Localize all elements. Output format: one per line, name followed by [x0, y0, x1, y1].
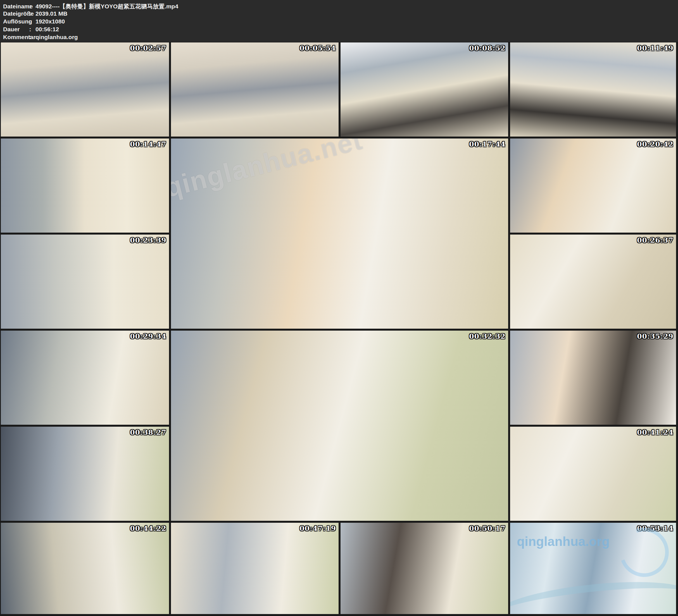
frame-timestamp-overlay: 00:35:29	[637, 332, 674, 340]
file-info-row: Dateiname:49092----【奥特曼】新模YOYO超紧五花驷马放置.m…	[3, 2, 678, 10]
file-info-row: Kommentar:qinglanhua.org	[3, 34, 678, 42]
file-info-row: Dauer:00:56:12	[3, 26, 678, 34]
frame-timestamp-overlay: 00:17:44	[469, 140, 505, 148]
frame-timestamp-overlay: 00:14:47	[130, 140, 166, 148]
frame-timestamp-overlay: 00:02:57	[130, 44, 166, 52]
frame-timestamp-overlay: 00:26:37	[637, 236, 674, 244]
frame-timestamp-overlay: 00:29:34	[130, 332, 166, 340]
file-info-label: Auflösung	[3, 18, 29, 25]
video-frame-thumbnail[interactable]: 00:50:17	[341, 523, 508, 614]
watermark-qinglanhua-org: qinglanhua.org	[517, 534, 609, 549]
file-info-row: Auflösung:1920x1080	[3, 18, 678, 26]
frame-timestamp-overlay: 00:23:39	[130, 236, 166, 244]
video-frame-thumbnail[interactable]: 00:17:44 qinglanhua.net	[171, 139, 508, 329]
video-frame-thumbnail[interactable]: 00:05:54	[171, 42, 339, 137]
file-info-header: Dateiname:49092----【奥特曼】新模YOYO超紧五花驷马放置.m…	[0, 0, 678, 42]
file-info-value: 2039.01 MB	[35, 10, 67, 17]
video-frame-thumbnail[interactable]: 00:14:47	[1, 139, 169, 233]
file-info-value: qinglanhua.org	[35, 34, 78, 40]
frame-timestamp-overlay: 00:32:32	[469, 332, 505, 340]
file-info-label: Dateigröße	[3, 10, 29, 17]
video-frame-thumbnail[interactable]: 00:23:39	[1, 235, 169, 329]
video-frame-thumbnail[interactable]: 00:29:34	[1, 331, 169, 425]
watermark-logo-swoosh	[510, 574, 676, 614]
frame-timestamp-overlay: 00:38:27	[130, 428, 166, 436]
file-info-value: 1920x1080	[35, 18, 65, 25]
file-info-label: Dauer	[3, 26, 29, 33]
video-frame-thumbnail[interactable]: 00:47:19	[171, 523, 339, 614]
video-frame-thumbnail[interactable]: 00:32:32	[171, 331, 508, 521]
video-frame-thumbnail[interactable]: 00:38:27	[1, 427, 169, 521]
frame-timestamp-overlay: 00:41:24	[637, 428, 674, 436]
watermark-qinglanhua-net: qinglanhua.net	[171, 139, 366, 203]
video-frame-thumbnail[interactable]: 00:02:57	[1, 42, 169, 137]
thumbnail-grid: 00:02:57 00:05:54 00:08:52 00:11:49 00:1…	[0, 42, 678, 616]
video-frame-thumbnail[interactable]: 00:53:14 qinglanhua.org	[510, 523, 676, 614]
file-info-label: Kommentar	[3, 34, 29, 40]
frame-timestamp-overlay: 00:50:17	[469, 525, 505, 533]
video-frame-thumbnail[interactable]: 00:41:24	[510, 427, 676, 521]
file-info-separator: :	[29, 3, 32, 10]
file-info-value: 00:56:12	[35, 26, 59, 33]
file-info-value: 49092----【奥特曼】新模YOYO超紧五花驷马放置.mp4	[35, 2, 178, 10]
video-frame-thumbnail[interactable]: 00:26:37	[510, 235, 676, 329]
file-info-separator: :	[29, 34, 32, 40]
frame-timestamp-overlay: 00:11:49	[637, 44, 674, 52]
file-info-separator: :	[29, 26, 32, 33]
frame-timestamp-overlay: 00:44:22	[130, 525, 166, 533]
frame-timestamp-overlay: 00:05:54	[299, 44, 336, 52]
video-frame-thumbnail[interactable]: 00:11:49	[510, 42, 676, 137]
video-frame-thumbnail[interactable]: 00:20:42	[510, 139, 676, 233]
file-info-row: Dateigröße:2039.01 MB	[3, 10, 678, 18]
file-info-label: Dateiname	[3, 3, 29, 10]
video-frame-thumbnail[interactable]: 00:35:29	[510, 331, 676, 425]
frame-timestamp-overlay: 00:47:19	[299, 525, 336, 533]
frame-timestamp-overlay: 00:20:42	[637, 140, 674, 148]
file-info-separator: :	[29, 10, 32, 17]
frame-timestamp-overlay: 00:08:52	[469, 44, 505, 52]
file-info-separator: :	[29, 18, 32, 25]
video-frame-thumbnail[interactable]: 00:44:22	[1, 523, 169, 614]
video-frame-thumbnail[interactable]: 00:08:52	[341, 42, 508, 137]
